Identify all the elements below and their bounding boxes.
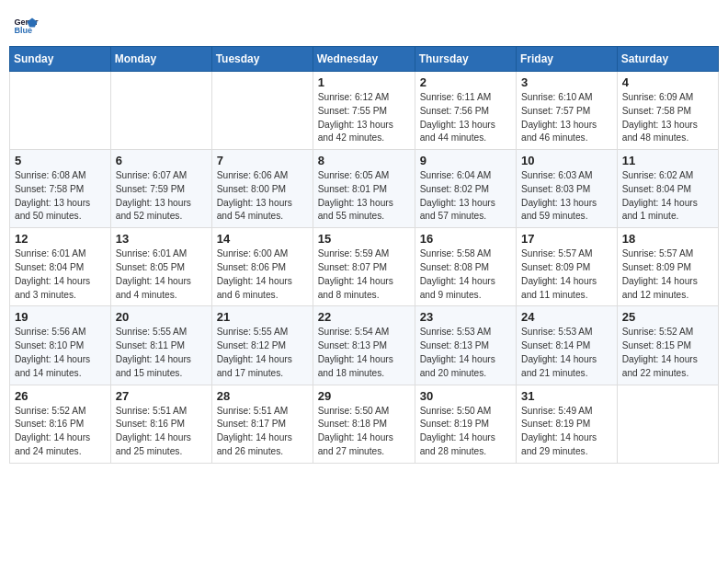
week-row-3: 12Sunrise: 6:01 AMSunset: 8:04 PMDayligh… — [10, 228, 719, 306]
week-row-2: 5Sunrise: 6:08 AMSunset: 7:58 PMDaylight… — [10, 150, 719, 228]
day-number: 11 — [622, 154, 713, 167]
page-header: General Blue — [9, 9, 719, 39]
day-number: 27 — [116, 389, 207, 403]
calendar-cell: 6Sunrise: 6:07 AMSunset: 7:59 PMDaylight… — [110, 150, 211, 228]
calendar-cell: 20Sunrise: 5:55 AMSunset: 8:11 PMDayligh… — [110, 306, 211, 385]
day-number: 18 — [622, 232, 713, 246]
calendar-cell: 10Sunrise: 6:03 AMSunset: 8:03 PMDayligh… — [517, 150, 618, 228]
day-info: Sunrise: 6:05 AMSunset: 8:01 PMDaylight:… — [318, 169, 410, 224]
weekday-header-sunday: Sunday — [10, 47, 111, 72]
day-number: 15 — [318, 232, 410, 246]
day-number: 28 — [217, 389, 308, 403]
day-number: 4 — [622, 75, 713, 89]
day-number: 6 — [116, 154, 207, 167]
weekday-header-friday: Friday — [517, 47, 618, 72]
calendar-cell: 24Sunrise: 5:53 AMSunset: 8:14 PMDayligh… — [517, 306, 618, 385]
day-info: Sunrise: 6:12 AMSunset: 7:55 PMDaylight:… — [318, 91, 410, 145]
calendar-cell: 18Sunrise: 5:57 AMSunset: 8:09 PMDayligh… — [617, 228, 718, 306]
day-info: Sunrise: 5:52 AMSunset: 8:15 PMDaylight:… — [622, 326, 713, 380]
day-number: 22 — [318, 310, 410, 324]
day-info: Sunrise: 6:04 AMSunset: 8:02 PMDaylight:… — [420, 169, 511, 224]
day-info: Sunrise: 6:00 AMSunset: 8:06 PMDaylight:… — [217, 247, 308, 302]
calendar-cell: 22Sunrise: 5:54 AMSunset: 8:13 PMDayligh… — [313, 306, 415, 385]
week-row-1: 1Sunrise: 6:12 AMSunset: 7:55 PMDaylight… — [10, 72, 719, 150]
calendar-cell: 7Sunrise: 6:06 AMSunset: 8:00 PMDaylight… — [211, 150, 313, 228]
day-number: 29 — [318, 389, 410, 403]
day-info: Sunrise: 6:08 AMSunset: 7:58 PMDaylight:… — [15, 169, 106, 224]
day-info: Sunrise: 5:55 AMSunset: 8:12 PMDaylight:… — [217, 326, 308, 380]
day-number: 16 — [420, 232, 511, 246]
calendar-cell: 4Sunrise: 6:09 AMSunset: 7:58 PMDaylight… — [617, 72, 718, 150]
day-info: Sunrise: 5:55 AMSunset: 8:11 PMDaylight:… — [116, 326, 207, 380]
calendar-cell: 16Sunrise: 5:58 AMSunset: 8:08 PMDayligh… — [415, 228, 516, 306]
weekday-header-row: SundayMondayTuesdayWednesdayThursdayFrid… — [10, 47, 719, 72]
day-number: 17 — [521, 232, 612, 246]
day-info: Sunrise: 5:52 AMSunset: 8:16 PMDaylight:… — [15, 405, 106, 459]
day-info: Sunrise: 6:07 AMSunset: 7:59 PMDaylight:… — [116, 169, 207, 224]
day-info: Sunrise: 5:59 AMSunset: 8:07 PMDaylight:… — [318, 247, 410, 302]
day-info: Sunrise: 5:51 AMSunset: 8:17 PMDaylight:… — [217, 405, 308, 459]
weekday-header-thursday: Thursday — [415, 47, 516, 72]
calendar-cell: 17Sunrise: 5:57 AMSunset: 8:09 PMDayligh… — [517, 228, 618, 306]
day-number: 8 — [318, 154, 410, 167]
day-number: 10 — [521, 154, 612, 167]
calendar-cell: 25Sunrise: 5:52 AMSunset: 8:15 PMDayligh… — [617, 306, 718, 385]
weekday-header-saturday: Saturday — [617, 47, 718, 72]
day-info: Sunrise: 6:03 AMSunset: 8:03 PMDaylight:… — [521, 169, 612, 224]
day-info: Sunrise: 5:54 AMSunset: 8:13 PMDaylight:… — [318, 326, 410, 380]
calendar-cell: 28Sunrise: 5:51 AMSunset: 8:17 PMDayligh… — [211, 385, 313, 463]
day-info: Sunrise: 6:02 AMSunset: 8:04 PMDaylight:… — [622, 169, 713, 224]
weekday-header-monday: Monday — [110, 47, 211, 72]
day-info: Sunrise: 5:58 AMSunset: 8:08 PMDaylight:… — [420, 247, 511, 302]
day-info: Sunrise: 6:01 AMSunset: 8:04 PMDaylight:… — [15, 247, 106, 302]
day-number: 5 — [15, 154, 106, 167]
day-number: 13 — [116, 232, 207, 246]
day-number: 30 — [420, 389, 511, 403]
calendar-cell: 23Sunrise: 5:53 AMSunset: 8:13 PMDayligh… — [415, 306, 516, 385]
day-info: Sunrise: 6:11 AMSunset: 7:56 PMDaylight:… — [420, 91, 511, 145]
day-info: Sunrise: 6:09 AMSunset: 7:58 PMDaylight:… — [622, 91, 713, 145]
day-number: 19 — [15, 310, 106, 324]
day-number: 20 — [116, 310, 207, 324]
day-info: Sunrise: 5:57 AMSunset: 8:09 PMDaylight:… — [622, 247, 713, 302]
calendar-cell: 31Sunrise: 5:49 AMSunset: 8:19 PMDayligh… — [517, 385, 618, 463]
day-number: 14 — [217, 232, 308, 246]
calendar-cell: 11Sunrise: 6:02 AMSunset: 8:04 PMDayligh… — [617, 150, 718, 228]
day-info: Sunrise: 5:53 AMSunset: 8:13 PMDaylight:… — [420, 326, 511, 380]
day-info: Sunrise: 5:50 AMSunset: 8:19 PMDaylight:… — [420, 405, 511, 459]
day-number: 25 — [622, 310, 713, 324]
week-row-5: 26Sunrise: 5:52 AMSunset: 8:16 PMDayligh… — [10, 385, 719, 463]
day-info: Sunrise: 5:51 AMSunset: 8:16 PMDaylight:… — [116, 405, 207, 459]
calendar-table: SundayMondayTuesdayWednesdayThursdayFrid… — [9, 46, 719, 464]
calendar-cell — [10, 72, 111, 150]
day-number: 23 — [420, 310, 511, 324]
day-info: Sunrise: 5:49 AMSunset: 8:19 PMDaylight:… — [521, 405, 612, 459]
calendar-cell: 30Sunrise: 5:50 AMSunset: 8:19 PMDayligh… — [415, 385, 516, 463]
calendar-cell: 9Sunrise: 6:04 AMSunset: 8:02 PMDaylight… — [415, 150, 516, 228]
day-number: 2 — [420, 75, 511, 89]
day-info: Sunrise: 6:01 AMSunset: 8:05 PMDaylight:… — [116, 247, 207, 302]
day-number: 7 — [217, 154, 308, 167]
calendar-cell: 14Sunrise: 6:00 AMSunset: 8:06 PMDayligh… — [211, 228, 313, 306]
calendar-cell — [110, 72, 211, 150]
calendar-cell: 15Sunrise: 5:59 AMSunset: 8:07 PMDayligh… — [313, 228, 415, 306]
day-info: Sunrise: 5:50 AMSunset: 8:18 PMDaylight:… — [318, 405, 410, 459]
day-number: 21 — [217, 310, 308, 324]
day-number: 3 — [521, 75, 612, 89]
week-row-4: 19Sunrise: 5:56 AMSunset: 8:10 PMDayligh… — [10, 306, 719, 385]
calendar-cell: 29Sunrise: 5:50 AMSunset: 8:18 PMDayligh… — [313, 385, 415, 463]
day-info: Sunrise: 5:57 AMSunset: 8:09 PMDaylight:… — [521, 247, 612, 302]
day-number: 31 — [521, 389, 612, 403]
day-number: 24 — [521, 310, 612, 324]
weekday-header-wednesday: Wednesday — [313, 47, 415, 72]
day-info: Sunrise: 5:53 AMSunset: 8:14 PMDaylight:… — [521, 326, 612, 380]
calendar-cell: 19Sunrise: 5:56 AMSunset: 8:10 PMDayligh… — [10, 306, 111, 385]
calendar-cell: 27Sunrise: 5:51 AMSunset: 8:16 PMDayligh… — [110, 385, 211, 463]
day-number: 12 — [15, 232, 106, 246]
day-info: Sunrise: 6:06 AMSunset: 8:00 PMDaylight:… — [217, 169, 308, 224]
logo: General Blue — [13, 13, 40, 39]
calendar-cell — [617, 385, 718, 463]
day-number: 9 — [420, 154, 511, 167]
calendar-cell: 3Sunrise: 6:10 AMSunset: 7:57 PMDaylight… — [517, 72, 618, 150]
calendar-cell: 8Sunrise: 6:05 AMSunset: 8:01 PMDaylight… — [313, 150, 415, 228]
